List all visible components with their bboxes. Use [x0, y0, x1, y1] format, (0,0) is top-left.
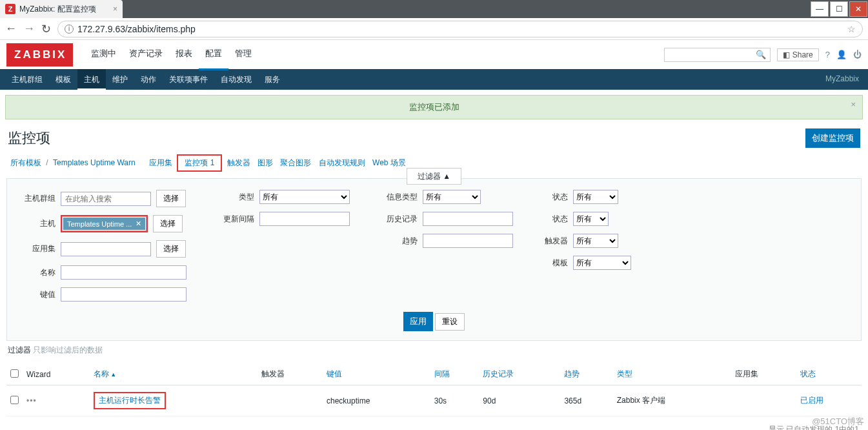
- menu-configuration[interactable]: 配置: [199, 39, 228, 70]
- cell-type: Zabbix 客户端: [613, 385, 732, 416]
- state2-select[interactable]: 所有: [573, 212, 609, 226]
- search-icon: 🔍: [756, 50, 766, 59]
- lbl-key: 键值: [20, 289, 56, 300]
- history-input[interactable]: [423, 212, 513, 226]
- page-title: 监控项: [8, 128, 50, 148]
- subnav-instance: MyZabbix: [822, 69, 863, 90]
- reload-icon[interactable]: ↻: [41, 22, 51, 36]
- col-trend[interactable]: 趋势: [564, 369, 580, 378]
- tab-graphs[interactable]: 图形: [257, 158, 273, 167]
- browser-tab-bar: Z MyZabbix: 配置监控项 × — ☐ ✕: [0, 0, 868, 18]
- appset-select-button[interactable]: 选择: [156, 240, 186, 258]
- back-icon[interactable]: ←: [5, 22, 17, 36]
- tab-discovery[interactable]: 自动发现规则: [319, 158, 365, 167]
- help-icon[interactable]: ?: [825, 50, 830, 59]
- app-header: ZABBIX 监测中 资产记录 报表 配置 管理 🔍 ◧ Share ? 👤 ⏻: [0, 40, 868, 69]
- col-interval[interactable]: 间隔: [434, 369, 450, 378]
- menu-inventory[interactable]: 资产记录: [123, 39, 169, 70]
- crumb-all-templates[interactable]: 所有模板: [10, 158, 41, 167]
- wizard-menu-icon[interactable]: •••: [26, 396, 37, 405]
- tab-items-highlight: 监控项 1: [177, 154, 222, 172]
- subnav-maintenance[interactable]: 维护: [106, 69, 134, 90]
- crumb-sep: /: [46, 158, 48, 167]
- info-icon[interactable]: i: [65, 25, 74, 34]
- trigger-select[interactable]: 所有: [573, 234, 618, 248]
- col-history[interactable]: 历史记录: [483, 369, 514, 378]
- minimize-button[interactable]: —: [811, 1, 829, 17]
- lbl-state: 状态: [532, 192, 568, 203]
- hostgroup-input[interactable]: [61, 192, 151, 206]
- alert-close-icon[interactable]: ×: [851, 99, 856, 109]
- cell-key: checkuptime: [323, 385, 430, 416]
- tab-web[interactable]: Web 场景: [372, 158, 406, 167]
- trend-input[interactable]: [423, 234, 513, 248]
- lbl-trend: 趋势: [369, 236, 418, 247]
- close-icon[interactable]: ×: [113, 5, 117, 14]
- state-select[interactable]: 所有: [573, 190, 618, 204]
- top-menu: 监测中 资产记录 报表 配置 管理: [85, 39, 258, 70]
- lbl-appset: 应用集: [20, 243, 56, 254]
- subnav-hostgroups[interactable]: 主机群组: [5, 69, 49, 90]
- browser-tab[interactable]: Z MyZabbix: 配置监控项 ×: [0, 0, 123, 18]
- menu-reports[interactable]: 报表: [169, 39, 199, 70]
- bookmark-icon[interactable]: ☆: [847, 24, 856, 34]
- reset-button[interactable]: 重设: [435, 313, 465, 331]
- host-token[interactable]: Templates Uptime ...✕: [63, 218, 145, 230]
- search-input[interactable]: 🔍: [664, 48, 771, 62]
- tab-triggers[interactable]: 触发器: [227, 158, 250, 167]
- power-icon[interactable]: ⏻: [853, 50, 862, 59]
- template-select[interactable]: 所有: [573, 256, 631, 270]
- lbl-host: 主机: [20, 218, 56, 229]
- hostgroup-select-button[interactable]: 选择: [156, 190, 186, 207]
- state-link[interactable]: 已启用: [800, 396, 823, 405]
- subnav-discovery[interactable]: 自动发现: [214, 69, 258, 90]
- select-all-checkbox[interactable]: [10, 369, 19, 378]
- col-state[interactable]: 状态: [800, 369, 816, 378]
- tab-applications[interactable]: 应用集: [149, 158, 172, 167]
- type-select[interactable]: 所有: [259, 190, 350, 204]
- apply-button[interactable]: 应用: [403, 312, 433, 331]
- share-button[interactable]: ◧ Share: [777, 48, 818, 61]
- tab-screens[interactable]: 聚合图形: [280, 158, 311, 167]
- appset-input[interactable]: [61, 242, 151, 256]
- interval-input[interactable]: [259, 212, 350, 226]
- success-alert: 监控项已添加 ×: [5, 95, 863, 119]
- filter-toggle[interactable]: 过滤器 ▲: [7, 171, 861, 182]
- page-header: 监控项 创建监控项: [0, 125, 868, 152]
- zabbix-logo[interactable]: ZABBIX: [6, 43, 73, 67]
- create-item-button[interactable]: 创建监控项: [805, 128, 860, 148]
- maximize-button[interactable]: ☐: [830, 1, 848, 17]
- items-table: Wizard 名称 触发器 键值 间隔 历史记录 趋势 类型 应用集 状态 ••…: [6, 363, 862, 416]
- col-type[interactable]: 类型: [617, 369, 632, 378]
- filter-note: 过滤器 只影响过滤后的数据: [0, 341, 868, 360]
- close-window-button[interactable]: ✕: [849, 1, 867, 17]
- col-wizard: Wizard: [23, 363, 90, 385]
- subnav-templates[interactable]: 模板: [49, 69, 77, 90]
- col-name[interactable]: 名称: [94, 369, 116, 378]
- key-input[interactable]: [61, 287, 187, 302]
- url-input[interactable]: i 172.27.9.63/zabbix/items.php ☆: [57, 21, 863, 37]
- tab-title: MyZabbix: 配置监控项: [19, 4, 96, 15]
- infotype-select[interactable]: 所有: [423, 190, 481, 204]
- watermark: @51CTO博客: [812, 416, 864, 427]
- tab-items[interactable]: 监控项 1: [185, 158, 214, 167]
- token-remove-icon[interactable]: ✕: [136, 220, 141, 228]
- crumb-template-name[interactable]: Templates Uptime Warn: [53, 158, 136, 167]
- lbl-template: 模板: [532, 258, 568, 269]
- row-checkbox[interactable]: [10, 396, 19, 404]
- name-input[interactable]: [61, 265, 187, 280]
- host-select-button[interactable]: 选择: [153, 215, 183, 232]
- sub-nav: 主机群组 模板 主机 维护 动作 关联项事件 自动发现 服务 MyZabbix: [0, 69, 868, 90]
- col-key[interactable]: 键值: [327, 369, 342, 378]
- forward-icon[interactable]: →: [23, 22, 35, 36]
- subnav-correlation[interactable]: 关联项事件: [163, 69, 214, 90]
- table-row: ••• 主机运行时长告警 checkuptime 30s 90d 365d Za…: [6, 385, 862, 416]
- subnav-actions[interactable]: 动作: [134, 69, 163, 90]
- menu-admin[interactable]: 管理: [228, 39, 258, 70]
- lbl-infotype: 信息类型: [369, 192, 418, 203]
- item-name-link[interactable]: 主机运行时长告警: [99, 396, 161, 405]
- subnav-services[interactable]: 服务: [258, 69, 287, 90]
- subnav-hosts[interactable]: 主机: [77, 69, 106, 90]
- user-icon[interactable]: 👤: [836, 50, 847, 59]
- menu-monitoring[interactable]: 监测中: [85, 39, 123, 70]
